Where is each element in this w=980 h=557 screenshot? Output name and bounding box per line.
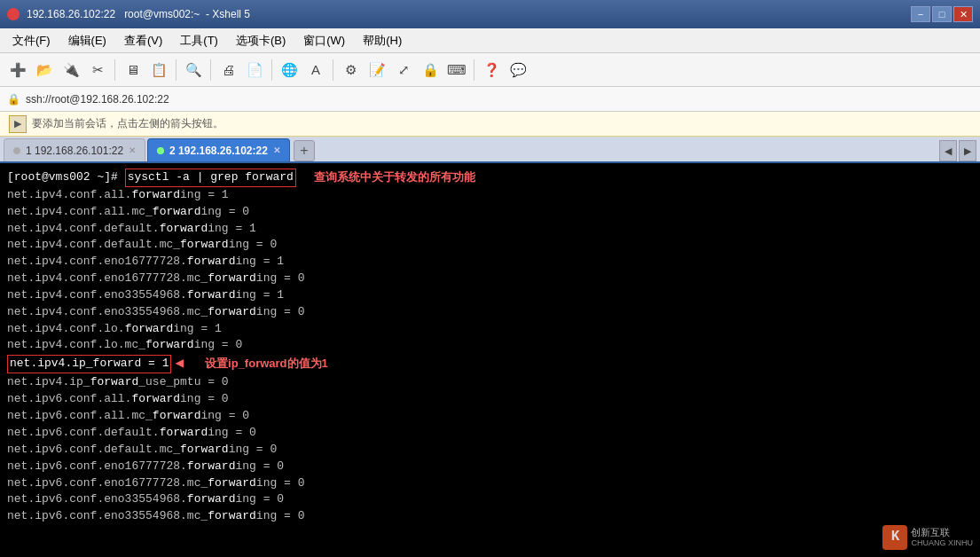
- menu-file[interactable]: 文件(F): [5, 30, 58, 51]
- separator-3: [210, 59, 211, 81]
- ip-forward-box: net.ipv4.ip_forward = 1: [7, 355, 171, 373]
- tab-add-button[interactable]: +: [294, 140, 315, 161]
- keyboard-button[interactable]: ⌨: [444, 58, 469, 82]
- tab-prev-button[interactable]: ◀: [939, 140, 957, 161]
- chat-button[interactable]: 💬: [506, 58, 530, 82]
- lock-button[interactable]: 🔒: [418, 58, 443, 82]
- address-bar: 🔒 ssh://root@192.168.26.102:22: [0, 87, 980, 112]
- macro2-button[interactable]: 📝: [365, 58, 389, 82]
- annotation-1: 查询系统中关于转发的所有功能: [314, 169, 475, 186]
- output-line-10: net.ipv4.conf.lo.mc_forwarding = 0: [7, 337, 973, 354]
- menu-window[interactable]: 窗口(W): [296, 30, 352, 51]
- terminal[interactable]: [root@vms002 ~]# sysctl -a | grep forwar…: [0, 163, 980, 557]
- menu-tools[interactable]: 工具(T): [173, 30, 225, 51]
- help-icon-button[interactable]: ❓: [479, 58, 504, 82]
- menu-edit[interactable]: 编辑(E): [61, 30, 114, 51]
- new-session-button[interactable]: ➕: [5, 58, 30, 82]
- command-box: sysctl -a | grep forward: [125, 169, 296, 187]
- copy-button[interactable]: 📋: [146, 58, 171, 82]
- separator-1: [114, 59, 115, 81]
- output-line-19: net.ipv6.conf.eno33554968.mc_forwarding …: [7, 508, 973, 525]
- watermark-text: 创新互联 CHUANG XINHU: [911, 526, 973, 549]
- annotation-2: 设置ip_forward的值为1: [205, 356, 328, 373]
- macro-button[interactable]: ⚙: [338, 58, 363, 82]
- watermark: K 创新互联 CHUANG XINHU: [882, 525, 973, 550]
- output-line-2: net.ipv4.conf.all.mc_forwarding = 0: [7, 204, 973, 221]
- output-line-7: net.ipv4.conf.eno33554968.forwarding = 1: [7, 287, 973, 304]
- tab-next-button[interactable]: ▶: [959, 140, 976, 161]
- output-line-8: net.ipv4.conf.eno33554968.mc_forwarding …: [7, 304, 973, 321]
- title-bar: 192.168.26.102:22 root@vms002:~ - Xshell…: [0, 0, 980, 28]
- menu-view[interactable]: 查看(V): [117, 30, 169, 51]
- output-line-12: net.ipv6.conf.all.forwarding = 0: [7, 391, 973, 408]
- close-button[interactable]: ✕: [953, 6, 973, 22]
- output-line-17: net.ipv6.conf.eno16777728.mc_forwarding …: [7, 475, 973, 492]
- open-button[interactable]: 📂: [32, 58, 57, 82]
- lock-icon: 🔒: [7, 93, 20, 106]
- tab-navigation: ◀ ▶: [939, 140, 976, 161]
- find-button[interactable]: 🔍: [181, 58, 206, 82]
- tab-bar: 1 192.168.26.101:22 ✕ 2 192.168.26.102:2…: [0, 137, 980, 163]
- font-button[interactable]: A: [303, 58, 328, 82]
- output-line-15: net.ipv6.conf.default.mc_forwarding = 0: [7, 442, 973, 459]
- toolbar: ➕ 📂 🔌 ✂ 🖥 📋 🔍 🖨 📄 🌐 A ⚙ 📝 ⤢ 🔒 ⌨ ❓ 💬: [0, 53, 980, 87]
- output-line-16: net.ipv6.conf.eno16777728.forwarding = 0: [7, 459, 973, 475]
- output-line-11: net.ipv4.ip_forward_use_pmtu = 0: [7, 374, 973, 391]
- app-icon: [7, 8, 20, 20]
- tab-1[interactable]: 1 192.168.26.101:22 ✕: [4, 138, 145, 161]
- tab-label-1: 1 192.168.26.101:22: [26, 145, 123, 157]
- info-banner: ▶ 要添加当前会话，点击左侧的箭头按钮。: [0, 112, 980, 137]
- tab-close-2[interactable]: ✕: [273, 145, 280, 155]
- menu-help[interactable]: 帮助(H): [356, 30, 409, 51]
- separator-5: [333, 59, 333, 81]
- tab-2[interactable]: 2 192.168.26.102:22 ✕: [147, 138, 290, 161]
- menu-tabs[interactable]: 选项卡(B): [229, 30, 293, 51]
- output-line-1: net.ipv4.conf.all.forwarding = 1: [7, 187, 973, 204]
- command-line: [root@vms002 ~]# sysctl -a | grep forwar…: [7, 169, 973, 187]
- connect-button[interactable]: 🔌: [59, 58, 83, 82]
- print2-button[interactable]: 📄: [242, 58, 267, 82]
- separator-2: [176, 59, 176, 81]
- output-line-13: net.ipv6.conf.all.mc_forwarding = 0: [7, 408, 973, 425]
- disconnect-button[interactable]: ✂: [85, 58, 110, 82]
- output-line-9: net.ipv4.conf.lo.forwarding = 1: [7, 321, 973, 338]
- title-text: 192.168.26.102:22 root@vms002:~ - Xshell…: [27, 8, 904, 20]
- minimize-button[interactable]: −: [911, 6, 930, 22]
- output-line-18: net.ipv6.conf.eno33554968.forwarding = 0: [7, 491, 973, 508]
- tab-dot-1: [13, 147, 20, 154]
- window-controls: − □ ✕: [911, 6, 973, 22]
- menu-bar: 文件(F) 编辑(E) 查看(V) 工具(T) 选项卡(B) 窗口(W) 帮助(…: [0, 28, 980, 53]
- prompt: [root@vms002 ~]#: [7, 169, 125, 186]
- maximize-button[interactable]: □: [932, 6, 952, 22]
- info-text: 要添加当前会话，点击左侧的箭头按钮。: [32, 116, 223, 131]
- tab-label-2: 2 192.168.26.102:22: [169, 145, 268, 157]
- tab-dot-2: [157, 147, 164, 154]
- output-line-6: net.ipv4.conf.eno16777728.mc_forwarding …: [7, 271, 973, 287]
- tab-close-1[interactable]: ✕: [129, 145, 136, 155]
- separator-4: [271, 59, 272, 81]
- output-line-5: net.ipv4.conf.eno16777728.forwarding = 1: [7, 254, 973, 271]
- session-manager-button[interactable]: 🖥: [120, 58, 145, 82]
- globe-button[interactable]: 🌐: [277, 58, 302, 82]
- watermark-icon: K: [882, 525, 907, 550]
- add-session-arrow[interactable]: ▶: [9, 115, 27, 133]
- arrow-icon: ◀: [175, 354, 184, 374]
- output-line-4: net.ipv4.conf.default.mc_forwarding = 0: [7, 237, 973, 254]
- terminal-wrapper: [root@vms002 ~]# sysctl -a | grep forwar…: [0, 163, 980, 557]
- print-button[interactable]: 🖨: [216, 58, 240, 82]
- output-line-14: net.ipv6.conf.default.forwarding = 0: [7, 425, 973, 442]
- separator-6: [474, 59, 474, 81]
- output-line-3: net.ipv4.conf.default.forwarding = 1: [7, 221, 973, 238]
- ip-forward-line: net.ipv4.ip_forward = 1 ◀ 设置ip_forward的值…: [7, 354, 973, 374]
- address-text: ssh://root@192.168.26.102:22: [26, 93, 169, 106]
- expand-button[interactable]: ⤢: [391, 58, 416, 82]
